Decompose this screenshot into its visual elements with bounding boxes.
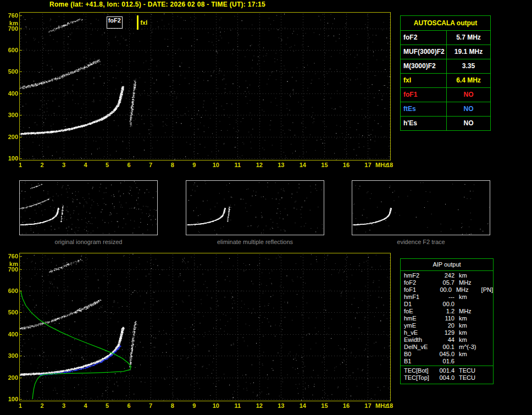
x-tick-label: 2 [36,403,49,409]
aip-unit: km [455,329,482,336]
y-tick-label: 100 [1,156,18,162]
autoscala-row-value: NO [447,88,490,102]
autoscala-rows-container: foF25.7 MHzMUF(3000)F219.1 MHzM(3000)F23… [401,31,490,130]
x-tick-label: 6 [123,403,136,409]
x-tick-label: 12 [253,162,266,168]
aip-value: 00.0 [436,301,455,308]
x-tick-label: 7 [144,162,157,168]
aip-value: 110 [436,315,455,322]
autoscala-row-value: 5.7 MHz [447,31,490,45]
aip-extra [482,308,493,315]
aip-row: DelN_vE00.1m^(-3) [401,344,493,351]
autoscala-row-value: 3.35 [447,59,490,73]
aip-label: hmF1 [404,294,436,301]
x-tick-label: 7 [144,403,157,409]
x-tick-label: 1 [14,403,27,409]
y-tick-label: 700 [1,26,18,32]
aip-unit: TECU [455,374,482,381]
aip-row: hmF2242km [401,272,493,279]
autoscala-output-panel: AUTOSCALA output foF25.7 MHzMUF(3000)F21… [400,15,491,131]
x-tick-label: 16 [340,403,353,409]
x-tick-label: 9 [187,162,201,168]
x-tick-label: 9 [187,403,201,409]
autoscala-row-label: MUF(3000)F2 [401,45,447,59]
autoscala-row-label: ftEs [401,102,447,116]
aip-extra [482,374,493,381]
x-tick-label: 6 [123,162,136,168]
aip-extra [482,294,493,301]
aip-label: h_vE [404,329,436,336]
aip-row: B101.6 [401,358,493,365]
x-axis-unit-label: MHz [375,162,388,168]
aip-label: ymE [404,322,436,329]
aip-extra [482,301,493,308]
x-tick-label: 11 [231,162,244,168]
thumbnail-caption: original ionogram resized [19,239,158,245]
autoscala-row: ftEsNO [401,102,490,117]
autoscala-row-label: h'Es [401,117,447,130]
x-tick-label: 8 [166,162,179,168]
y-tick-label: 200 [1,375,18,381]
x-tick-label: 13 [274,403,287,409]
fxi-marker-label: fxI [140,17,147,28]
autoscala-row-value: 19.1 MHz [447,45,490,59]
aip-label: hmF2 [404,272,436,279]
aip-value: 05.7 [436,279,455,286]
aip-extra [482,315,493,322]
autoscala-row-value: 6.4 MHz [447,74,490,87]
aip-extra [482,336,493,344]
x-tick-label: 5 [101,403,114,409]
aip-unit [455,301,482,308]
y-tick-label: 500 [1,69,18,75]
x-tick-label: 10 [209,403,223,409]
profile-ionogram-plot-canvas [19,253,391,401]
autoscala-row: foF25.7 MHz [401,31,490,45]
aip-row: TEC[Top]004.0TECU [401,374,493,381]
x-axis-unit-label: MHz [375,403,388,409]
autoscala-row-label: foF1 [401,88,447,102]
y-tick-label: 760 [1,13,18,19]
x-tick-label: 13 [274,162,287,168]
aip-label: foE [404,308,436,315]
aip-row: B0045.0km [401,351,493,358]
x-tick-label: 2 [36,162,49,168]
aip-row: TEC[Bot]001.4TECU [401,367,493,374]
x-tick-label: 15 [318,162,331,168]
divider [401,270,493,271]
thumbnail-original-ionogram [19,180,158,235]
y-axis-unit-label: km [1,20,18,26]
y-tick-label: 500 [1,309,18,316]
aip-extra [482,279,493,286]
x-tick-label: 17 [361,403,374,409]
aip-label: TEC[Bot] [404,367,436,374]
autoscala-row: M(3000)F23.35 [401,59,490,74]
thumbnail-multiple-reflections-removed [186,180,324,235]
aip-label: foF1 [404,286,434,294]
aip-unit: km [455,294,482,301]
aip-unit: km [455,322,482,329]
aip-label: hmE [404,315,436,322]
aip-unit: km [455,351,482,358]
aip-unit: TECU [455,367,482,374]
aip-extra [482,367,493,374]
y-tick-label: 200 [1,134,18,140]
x-tick-label: 8 [166,403,179,409]
aip-unit: km [455,336,482,344]
aip-unit: m^(-3) [455,344,482,351]
x-tick-label: 4 [79,403,92,409]
aip-value: 44 [436,336,455,344]
aip-tec-rows-container: TEC[Bot]001.4TECUTEC[Top]004.0TECU [401,367,493,381]
aip-label: B1 [404,358,436,365]
x-tick-label: 14 [296,162,309,168]
y-tick-label: 300 [1,353,18,359]
x-tick-label: 5 [101,162,114,168]
x-tick-label: 3 [57,403,70,409]
x-tick-label: 1 [14,162,27,168]
aip-row: foF100.0MHz[PN] [401,286,493,294]
x-tick-label: 10 [209,162,223,168]
thumbnail-caption: evidence F2 trace [352,239,490,245]
thumbnail-caption: eliminate multiple reflections [186,239,324,245]
x-tick-label: 16 [340,162,353,168]
aip-value: 01.6 [436,358,455,365]
fxi-marker-line [137,15,138,30]
